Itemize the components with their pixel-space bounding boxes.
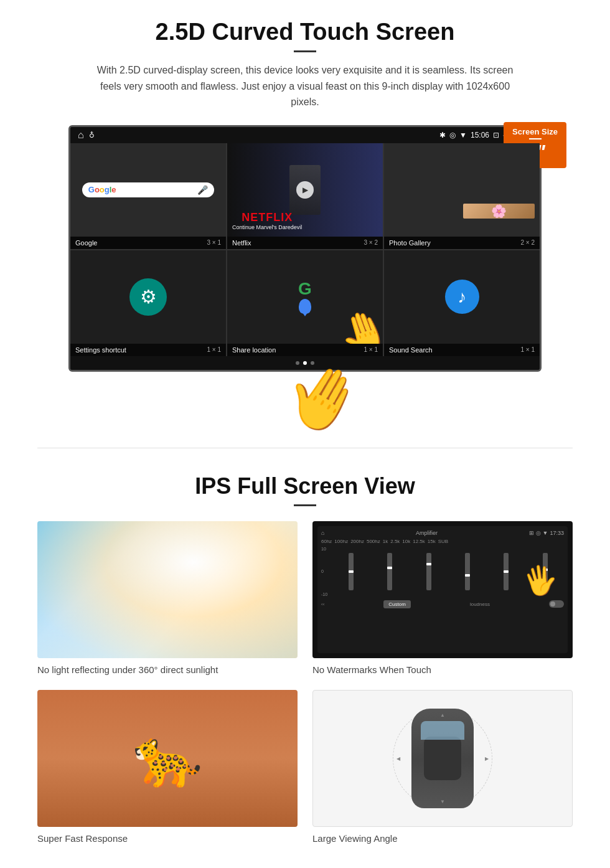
section-divider-hr [37, 448, 573, 448]
netflix-app-cell[interactable]: ▶ NETFLIX Continue Marvel's Daredevil Ne… [227, 143, 383, 249]
viewing-angle-circle: ▲ ▼ ◀ ▶ [393, 709, 492, 808]
eq-bars: 🖐 [321, 547, 564, 597]
amp-footer: ‹‹ Custom loudness [321, 600, 564, 608]
eq-bar-1 [332, 547, 370, 597]
section2-divider [294, 504, 316, 506]
amp-custom-btn[interactable]: Custom [383, 600, 411, 608]
amplifier-caption: No Watermarks When Touch [312, 664, 573, 675]
share-label: Share location [232, 346, 276, 354]
gallery-app-cell[interactable]: 🌸 Photo Gallery 2 × 2 [384, 143, 540, 249]
netflix-app-content: ▶ NETFLIX Continue Marvel's Daredevil [227, 143, 383, 237]
device-screen: ⌂ ♁ ✱ ◎ ▼ 15:06 ⊡ ◁) ▣ ▭ [68, 125, 542, 372]
amp-status: ⊞◎▼17:33 [529, 530, 564, 536]
play-button[interactable]: ▶ [296, 181, 314, 199]
sunlight-caption: No light reflecting under 360° direct su… [37, 664, 298, 675]
netflix-size: 3 × 2 [364, 239, 378, 247]
settings-app-content: ⚙ [70, 250, 226, 344]
amp-screen: ⌂ Amplifier ⊞◎▼17:33 60hz100hz200hz500hz… [317, 526, 568, 653]
eq-bar-2 [371, 547, 408, 597]
settings-label-bar: Settings shortcut 1 × 1 [70, 344, 226, 356]
netflix-bg: ▶ NETFLIX Continue Marvel's Daredevil [227, 143, 383, 237]
status-bar: ⌂ ♁ ✱ ◎ ▼ 15:06 ⊡ ◁) ▣ ▭ [70, 127, 540, 143]
title-divider [294, 50, 316, 52]
pointing-hand-icon: 🤚 [271, 347, 375, 450]
amp-loudness-label: loudness [470, 601, 490, 607]
angle-top: ▲ [440, 712, 445, 718]
gallery-thumb-4: 🌸 [463, 204, 535, 219]
google-logo: Google [88, 185, 116, 194]
feature-sunlight: No light reflecting under 360° direct su… [37, 521, 298, 675]
cheetah-caption: Super Fast Response [37, 833, 298, 844]
amp-toggle[interactable] [549, 600, 564, 608]
settings-icon: ⚙ [129, 278, 167, 316]
sunlight-image [37, 521, 298, 658]
sound-search-app-cell[interactable]: ♪ Sound Search 1 × 1 [384, 250, 540, 356]
ips-full-screen-section: IPS Full Screen View No light reflecting… [0, 467, 610, 862]
car-caption: Large Viewing Angle [312, 833, 573, 844]
car-top-view-container: ▲ ▼ ◀ ▶ [393, 709, 492, 808]
netflix-continue-text: Continue Marvel's Daredevil [232, 224, 302, 230]
netflix-logo-text: NETFLIX [232, 211, 302, 224]
car-windshield [421, 721, 464, 740]
sound-size: 1 × 1 [520, 346, 535, 354]
pointing-hand-container: 🤚 [37, 362, 573, 417]
google-app-content: Google 🎤 [70, 143, 226, 237]
sound-label: Sound Search [389, 346, 433, 354]
google-app-cell[interactable]: Google 🎤 Google 3 × 1 [70, 143, 226, 249]
car-roof [424, 737, 461, 780]
curved-touch-screen-section: 2.5D Curved Touch Screen With 2.5D curve… [0, 0, 610, 429]
amp-db-labels: 100-10 [321, 547, 331, 597]
badge-divider [529, 138, 542, 139]
music-note-icon: ♪ [458, 287, 466, 307]
sound-search-content: ♪ [384, 250, 540, 344]
angle-right: ▶ [485, 755, 489, 761]
google-label-bar: Google 3 × 1 [70, 237, 226, 249]
netflix-label: Netflix [232, 239, 251, 247]
section1-title: 2.5D Curved Touch Screen [37, 19, 573, 45]
device-mockup: Screen Size 9" ⌂ ♁ ✱ ◎ ▼ 15:06 ⊡ ◁) ▣ [62, 125, 548, 372]
eq-bar-5 [487, 547, 525, 597]
car-image: ▲ ▼ ◀ ▶ [312, 690, 573, 827]
amp-nav-icon: ‹‹ [321, 601, 324, 607]
eq-hand-icon: 🖐 [520, 560, 560, 599]
bluetooth-icon: ✱ [439, 131, 446, 139]
feature-amplifier: ⌂ Amplifier ⊞◎▼17:33 60hz100hz200hz500hz… [312, 521, 573, 675]
feature-cheetah: 🐆 Super Fast Response [37, 690, 298, 844]
amp-header: ⌂ Amplifier ⊞◎▼17:33 [321, 530, 564, 536]
netflix-branding: NETFLIX Continue Marvel's Daredevil [232, 211, 302, 230]
car-body [411, 709, 474, 808]
angle-bottom: ▼ [440, 799, 445, 804]
badge-label: Screen Size [512, 127, 558, 136]
share-location-app-cell[interactable]: G 🤚 Share location 1 × 1 [227, 250, 383, 356]
sound-label-bar: Sound Search 1 × 1 [384, 344, 540, 356]
sound-icon: ♪ [445, 280, 479, 314]
wifi-icon: ▼ [459, 131, 467, 139]
netflix-label-bar: Netflix 3 × 2 [227, 237, 383, 249]
amp-equalizer: 100-10 [321, 547, 564, 597]
settings-size: 1 × 1 [207, 346, 221, 354]
gallery-app-content: 🌸 [384, 143, 540, 237]
sunlight-effect [37, 521, 298, 658]
settings-app-cell[interactable]: ⚙ Settings shortcut 1 × 1 [70, 250, 226, 356]
amp-title: Amplifier [416, 530, 438, 536]
status-left: ⌂ ♁ [78, 130, 95, 141]
status-time: 15:06 [471, 131, 489, 139]
share-size: 1 × 1 [364, 346, 378, 354]
amplifier-image: ⌂ Amplifier ⊞◎▼17:33 60hz100hz200hz500hz… [312, 521, 573, 658]
mic-icon[interactable]: 🎤 [197, 185, 208, 195]
section1-description: With 2.5D curved-display screen, this de… [87, 62, 523, 110]
settings-label: Settings shortcut [75, 346, 126, 354]
eq-bar-4 [449, 547, 486, 597]
camera-icon: ⊡ [493, 131, 499, 139]
cheetah-image: 🐆 [37, 690, 298, 827]
gear-icon: ⚙ [140, 286, 157, 308]
location-icon: ◎ [449, 131, 456, 139]
cheetah-icon: 🐆 [133, 725, 202, 791]
angle-left: ◀ [396, 755, 400, 761]
gallery-size: 2 × 2 [520, 239, 535, 247]
home-icon[interactable]: ⌂ [78, 130, 84, 141]
google-search-bar[interactable]: Google 🎤 [82, 182, 215, 197]
gallery-label-bar: Photo Gallery 2 × 2 [384, 237, 540, 249]
usb-icon: ♁ [89, 131, 95, 139]
eq-bar-3 [410, 547, 448, 597]
